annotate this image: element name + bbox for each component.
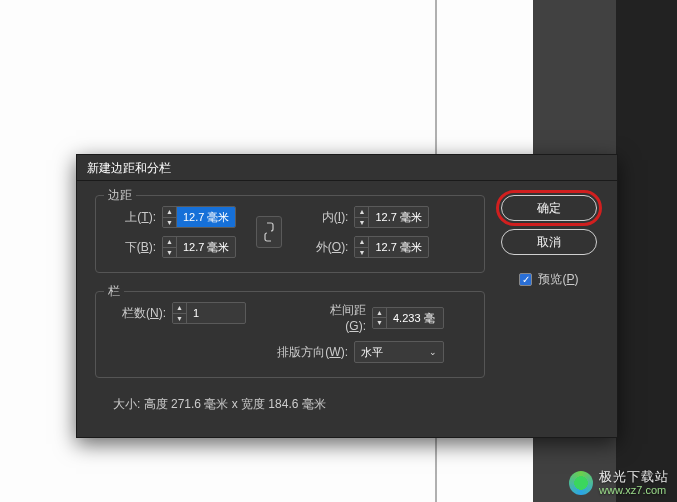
direction-label: 排版方向(W): (276, 344, 348, 361)
columns-group: 栏 栏数(N): ▲ ▼ 1 (95, 291, 485, 378)
dialog-title: 新建边距和分栏 (77, 155, 617, 181)
margin-top-value[interactable]: 12.7 毫米 (177, 207, 235, 227)
direction-select[interactable]: 水平 ⌄ (354, 341, 444, 363)
margin-top-label: 上(T): (110, 209, 156, 226)
cancel-button[interactable]: 取消 (501, 229, 597, 255)
spin-down-icon[interactable]: ▼ (163, 248, 176, 258)
margins-columns-dialog: 新建边距和分栏 边距 上(T): ▲ ▼ (76, 154, 618, 438)
column-count-input[interactable]: ▲ ▼ 1 (172, 302, 246, 324)
watermark-logo-icon (569, 471, 593, 495)
margin-inner-input[interactable]: ▲ ▼ 12.7 毫米 (354, 206, 428, 228)
spin-up-icon[interactable]: ▲ (163, 237, 176, 248)
spin-down-icon[interactable]: ▼ (373, 318, 386, 328)
spin-down-icon[interactable]: ▼ (355, 218, 368, 228)
spin-up-icon[interactable]: ▲ (355, 237, 368, 248)
spin-down-icon[interactable]: ▼ (163, 218, 176, 228)
spin-up-icon[interactable]: ▲ (163, 207, 176, 218)
preview-checkbox[interactable]: ✓ (519, 273, 532, 286)
preview-label: 预览(P) (538, 271, 578, 288)
margin-outer-input[interactable]: ▲ ▼ 12.7 毫米 (354, 236, 428, 258)
spin-up-icon[interactable]: ▲ (355, 207, 368, 218)
margins-group: 边距 上(T): ▲ ▼ 12.7 毫米 (95, 195, 485, 273)
margin-bottom-label: 下(B): (110, 239, 156, 256)
column-count-label: 栏数(N): (110, 305, 166, 322)
margin-inner-label: 内(I): (302, 209, 348, 226)
spin-down-icon[interactable]: ▼ (355, 248, 368, 258)
column-count-value[interactable]: 1 (187, 303, 245, 323)
direction-value: 水平 (361, 345, 383, 360)
spin-up-icon[interactable]: ▲ (373, 308, 386, 319)
columns-group-title: 栏 (104, 283, 124, 300)
spin-up-icon[interactable]: ▲ (173, 303, 186, 314)
margin-outer-label: 外(O): (302, 239, 348, 256)
ok-button[interactable]: 确定 (501, 195, 597, 221)
size-readout: 大小: 高度 271.6 毫米 x 宽度 184.6 毫米 (95, 396, 485, 413)
margin-inner-value[interactable]: 12.7 毫米 (369, 207, 427, 227)
gutter-input[interactable]: ▲ ▼ 4.233 毫 (372, 307, 444, 329)
margin-bottom-value[interactable]: 12.7 毫米 (177, 237, 235, 257)
margin-outer-value[interactable]: 12.7 毫米 (369, 237, 427, 257)
gutter-value[interactable]: 4.233 毫 (387, 308, 443, 328)
margin-top-input[interactable]: ▲ ▼ 12.7 毫米 (162, 206, 236, 228)
link-icon (263, 222, 275, 242)
spin-down-icon[interactable]: ▼ (173, 314, 186, 324)
watermark: 极光下载站 www.xz7.com (569, 470, 669, 496)
watermark-name: 极光下载站 (599, 470, 669, 484)
margin-bottom-input[interactable]: ▲ ▼ 12.7 毫米 (162, 236, 236, 258)
watermark-url: www.xz7.com (599, 484, 669, 496)
margins-group-title: 边距 (104, 187, 136, 204)
gutter-label: 栏间距(G): (310, 302, 366, 333)
chevron-down-icon: ⌄ (429, 347, 437, 357)
link-margins-button[interactable] (256, 216, 282, 248)
